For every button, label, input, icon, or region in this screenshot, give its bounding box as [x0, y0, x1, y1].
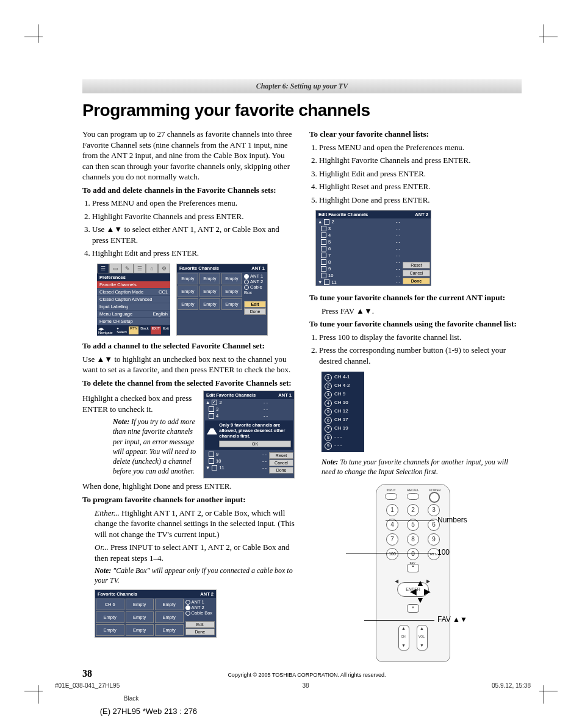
heading-tune-current: To tune your favorite channels for the c…: [309, 292, 522, 303]
chapter-header: Chapter 6: Setting up your TV: [82, 79, 522, 93]
warning-icon: [207, 422, 217, 434]
footer-date: 05.9.12, 15:38: [492, 682, 531, 689]
step-a2: Highlight Favorite Channels and press EN…: [92, 211, 295, 222]
step-c5: Highlight Done and press ENTER.: [319, 195, 522, 206]
p-done: When done, highlight Done and press ENTE…: [82, 481, 295, 492]
p-either: Either... Highlight ANT 1, ANT 2, or Cab…: [95, 508, 295, 540]
osd-edit-favorite-ant1: Edit Favorite ChannelsANT 1 ▲2- - 3- - 4…: [203, 391, 295, 478]
step-c1: Press MENU and open the Preferences menu…: [319, 142, 522, 153]
intro-text: You can program up to 27 channels as fav…: [82, 129, 295, 182]
heading-delete-channel: To delete the channel from the selected …: [82, 378, 295, 389]
osd-favorite-list: 1CH 4-1 2CH 4-2 3CH 9 4CH 10 5CH 12 6CH …: [322, 372, 364, 452]
step-t1: Press 100 to display the favorite channe…: [319, 332, 522, 343]
callout-fav: FAV ▲▼: [437, 615, 467, 624]
heading-clear: To clear your favorite channel lists:: [309, 129, 522, 140]
callout-100: 100: [437, 548, 450, 557]
p-tune-current: Press FAV ▲▼.: [322, 306, 522, 317]
p-add: Use ▲▼ to highlight an unchecked box nex…: [82, 354, 295, 375]
step-c2: Highlight Favorite Channels and press EN…: [319, 155, 522, 166]
footer-pg: 38: [303, 682, 309, 689]
note-1: Note: If you try to add more than nine f…: [113, 417, 198, 476]
page-title: Programming your favorite channels: [82, 101, 522, 120]
step-a3: Use ▲▼ to select either ANT 1, ANT 2, or…: [92, 224, 295, 245]
footer-black: Black: [124, 695, 138, 702]
p-or: Or... Press INPUT to select ANT 1, ANT 2…: [95, 542, 295, 563]
osd-favorite-channels-ant2: Favorite ChannelsANT 2 CH 6EmptyEmpty Em…: [95, 589, 217, 638]
note-2: Note: "Cable Box" will appear only if yo…: [95, 566, 295, 585]
note-3: Note: To tune your favorite channels for…: [322, 457, 522, 477]
remote-control-diagram: INPUT RECALL POWER 1 2 3 4 5 6 7 8: [376, 484, 450, 662]
up-down-arrow-icon: ▲▼: [106, 225, 122, 234]
footer-file: #01E_038-041_27HL95: [55, 682, 120, 689]
heading-program-another: To program favorite channels for another…: [82, 494, 295, 505]
osd-favorite-channels-ant1: Favorite ChannelsANT 1 EmptyEmptyEmpty E…: [176, 264, 268, 336]
step-c4: Highlight Reset and press ENTER.: [319, 181, 522, 192]
osd-edit-favorite-ant2: Edit Favorite ChannelsANT 2 ▲2- - 3- - 4…: [315, 210, 431, 286]
footer-web: (E) 27HL95 *Web 213 : 276: [100, 707, 197, 716]
page-number: 38: [82, 668, 92, 679]
p-delete: Highlight a checked box and press ENTER …: [82, 393, 198, 414]
heading-add-channel: To add a channel to the selected Favorit…: [82, 341, 295, 351]
step-c3: Highlight Edit and press ENTER.: [319, 168, 522, 179]
step-t2: Press the corresponding number button (1…: [319, 345, 522, 366]
step-a4: Highlight Edit and press ENTER.: [92, 248, 295, 259]
copyright: Copyright © 2005 TOSHIBA CORPORATION. Al…: [92, 672, 522, 678]
step-a1: Press MENU and open the Preferences menu…: [92, 198, 295, 209]
heading-tune-list: To tune your favorite channels using the…: [309, 319, 522, 330]
osd-preferences: ☰▭✎☰⌂⚙ Preferences Favorite Channels Clo…: [97, 264, 170, 336]
callout-numbers: Numbers: [437, 516, 467, 524]
heading-add-delete: To add and delete channels in the Favori…: [82, 185, 295, 196]
